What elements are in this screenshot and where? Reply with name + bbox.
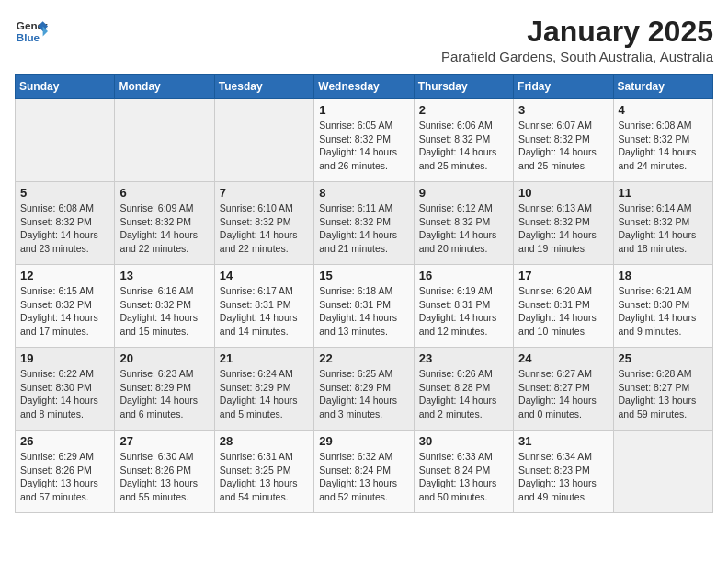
calendar-day-cell: 20Sunrise: 6:23 AMSunset: 8:29 PMDayligh… (115, 348, 214, 431)
day-info: Sunrise: 6:20 AMSunset: 8:31 PMDaylight:… (518, 284, 608, 339)
weekday-header-friday: Friday (514, 75, 613, 99)
day-info: Sunrise: 6:27 AMSunset: 8:27 PMDaylight:… (518, 367, 608, 421)
calendar-day-cell: 23Sunrise: 6:26 AMSunset: 8:28 PMDayligh… (414, 348, 513, 431)
calendar-day-cell: 16Sunrise: 6:19 AMSunset: 8:31 PMDayligh… (414, 265, 513, 348)
day-info: Sunrise: 6:33 AMSunset: 8:24 PMDaylight:… (419, 450, 508, 504)
day-number: 2 (419, 103, 508, 117)
day-info: Sunrise: 6:08 AMSunset: 8:32 PMDaylight:… (619, 119, 708, 173)
location-title: Parafield Gardens, South Australia, Aust… (441, 49, 713, 64)
calendar-day-cell: 26Sunrise: 6:29 AMSunset: 8:26 PMDayligh… (16, 431, 115, 513)
day-number: 28 (220, 434, 309, 448)
day-number: 26 (20, 434, 109, 448)
day-number: 3 (518, 103, 608, 117)
weekday-header-tuesday: Tuesday (214, 75, 313, 99)
day-info: Sunrise: 6:17 AMSunset: 8:31 PMDaylight:… (220, 284, 309, 339)
day-info: Sunrise: 6:26 AMSunset: 8:28 PMDaylight:… (419, 367, 508, 421)
day-info: Sunrise: 6:24 AMSunset: 8:29 PMDaylight:… (220, 367, 309, 421)
day-number: 11 (619, 186, 708, 200)
day-number: 30 (419, 434, 508, 448)
month-title: January 2025 (441, 15, 713, 49)
calendar-day-cell: 24Sunrise: 6:27 AMSunset: 8:27 PMDayligh… (514, 348, 613, 431)
calendar-day-cell: 2Sunrise: 6:06 AMSunset: 8:32 PMDaylight… (414, 99, 513, 182)
day-number: 21 (220, 351, 309, 365)
weekday-header-thursday: Thursday (414, 75, 513, 99)
weekday-header-saturday: Saturday (613, 75, 712, 99)
day-info: Sunrise: 6:12 AMSunset: 8:32 PMDaylight:… (419, 201, 508, 256)
calendar-day-cell: 12Sunrise: 6:15 AMSunset: 8:32 PMDayligh… (16, 265, 115, 348)
day-number: 18 (619, 269, 708, 282)
calendar-week-row: 19Sunrise: 6:22 AMSunset: 8:30 PMDayligh… (16, 348, 713, 431)
day-number: 6 (119, 186, 209, 200)
calendar-day-cell: 19Sunrise: 6:22 AMSunset: 8:30 PMDayligh… (16, 348, 115, 431)
calendar-week-row: 5Sunrise: 6:08 AMSunset: 8:32 PMDaylight… (16, 182, 713, 265)
calendar-day-cell: 22Sunrise: 6:25 AMSunset: 8:29 PMDayligh… (314, 348, 414, 431)
day-number: 27 (119, 434, 209, 448)
calendar-day-cell: 25Sunrise: 6:28 AMSunset: 8:27 PMDayligh… (613, 348, 712, 431)
day-number: 23 (419, 351, 508, 365)
day-info: Sunrise: 6:13 AMSunset: 8:32 PMDaylight:… (518, 201, 608, 256)
calendar-day-cell: 18Sunrise: 6:21 AMSunset: 8:30 PMDayligh… (613, 265, 712, 348)
day-info: Sunrise: 6:23 AMSunset: 8:29 PMDaylight:… (119, 367, 209, 421)
day-number: 1 (319, 103, 408, 117)
weekday-header-sunday: Sunday (16, 75, 115, 99)
day-info: Sunrise: 6:31 AMSunset: 8:25 PMDaylight:… (220, 450, 309, 504)
day-number: 14 (220, 269, 309, 282)
day-number: 15 (319, 269, 408, 282)
day-info: Sunrise: 6:07 AMSunset: 8:32 PMDaylight:… (518, 119, 608, 173)
calendar-day-cell: 11Sunrise: 6:14 AMSunset: 8:32 PMDayligh… (613, 182, 712, 265)
calendar-week-row: 1Sunrise: 6:05 AMSunset: 8:32 PMDaylight… (16, 99, 713, 182)
day-number: 7 (220, 186, 309, 200)
day-number: 31 (518, 434, 608, 448)
calendar-day-cell: 14Sunrise: 6:17 AMSunset: 8:31 PMDayligh… (214, 265, 313, 348)
day-number: 5 (20, 186, 109, 200)
day-number: 13 (119, 269, 209, 282)
calendar-week-row: 26Sunrise: 6:29 AMSunset: 8:26 PMDayligh… (16, 431, 713, 513)
calendar-day-cell: 21Sunrise: 6:24 AMSunset: 8:29 PMDayligh… (214, 348, 313, 431)
calendar-day-cell: 5Sunrise: 6:08 AMSunset: 8:32 PMDaylight… (16, 182, 115, 265)
day-info: Sunrise: 6:19 AMSunset: 8:31 PMDaylight:… (419, 284, 508, 339)
day-info: Sunrise: 6:29 AMSunset: 8:26 PMDaylight:… (20, 450, 109, 504)
day-number: 29 (319, 434, 408, 448)
day-number: 17 (518, 269, 608, 282)
calendar-day-cell: 27Sunrise: 6:30 AMSunset: 8:26 PMDayligh… (115, 431, 214, 513)
calendar-table: SundayMondayTuesdayWednesdayThursdayFrid… (15, 74, 713, 513)
svg-text:Blue: Blue (17, 31, 40, 43)
day-info: Sunrise: 6:30 AMSunset: 8:26 PMDaylight:… (119, 450, 209, 504)
day-info: Sunrise: 6:05 AMSunset: 8:32 PMDaylight:… (319, 119, 408, 173)
calendar-day-cell: 30Sunrise: 6:33 AMSunset: 8:24 PMDayligh… (414, 431, 513, 513)
title-block: January 2025 Parafield Gardens, South Au… (441, 15, 713, 64)
logo: General Blue (15, 15, 48, 48)
day-info: Sunrise: 6:34 AMSunset: 8:23 PMDaylight:… (518, 450, 608, 504)
weekday-header-row: SundayMondayTuesdayWednesdayThursdayFrid… (16, 75, 713, 99)
calendar-day-cell: 31Sunrise: 6:34 AMSunset: 8:23 PMDayligh… (514, 431, 613, 513)
weekday-header-monday: Monday (115, 75, 214, 99)
day-info: Sunrise: 6:10 AMSunset: 8:32 PMDaylight:… (220, 201, 309, 256)
day-info: Sunrise: 6:22 AMSunset: 8:30 PMDaylight:… (20, 367, 109, 421)
calendar-day-cell: 10Sunrise: 6:13 AMSunset: 8:32 PMDayligh… (514, 182, 613, 265)
day-number: 8 (319, 186, 408, 200)
day-number: 22 (319, 351, 408, 365)
calendar-day-cell (115, 99, 214, 182)
weekday-header-wednesday: Wednesday (314, 75, 414, 99)
calendar-day-cell: 1Sunrise: 6:05 AMSunset: 8:32 PMDaylight… (314, 99, 414, 182)
day-info: Sunrise: 6:11 AMSunset: 8:32 PMDaylight:… (319, 201, 408, 256)
day-number: 16 (419, 269, 508, 282)
day-number: 12 (20, 269, 109, 282)
day-info: Sunrise: 6:15 AMSunset: 8:32 PMDaylight:… (20, 284, 109, 339)
day-number: 25 (619, 351, 708, 365)
calendar-day-cell (613, 431, 712, 513)
day-info: Sunrise: 6:08 AMSunset: 8:32 PMDaylight:… (20, 201, 109, 256)
day-info: Sunrise: 6:09 AMSunset: 8:32 PMDaylight:… (119, 201, 209, 256)
calendar-week-row: 12Sunrise: 6:15 AMSunset: 8:32 PMDayligh… (16, 265, 713, 348)
calendar-day-cell: 28Sunrise: 6:31 AMSunset: 8:25 PMDayligh… (214, 431, 313, 513)
day-number: 4 (619, 103, 708, 117)
day-number: 24 (518, 351, 608, 365)
day-number: 9 (419, 186, 508, 200)
day-info: Sunrise: 6:14 AMSunset: 8:32 PMDaylight:… (619, 201, 708, 256)
day-info: Sunrise: 6:16 AMSunset: 8:32 PMDaylight:… (119, 284, 209, 339)
day-info: Sunrise: 6:06 AMSunset: 8:32 PMDaylight:… (419, 119, 508, 173)
day-number: 19 (20, 351, 109, 365)
calendar-day-cell: 17Sunrise: 6:20 AMSunset: 8:31 PMDayligh… (514, 265, 613, 348)
calendar-day-cell: 6Sunrise: 6:09 AMSunset: 8:32 PMDaylight… (115, 182, 214, 265)
calendar-day-cell: 9Sunrise: 6:12 AMSunset: 8:32 PMDaylight… (414, 182, 513, 265)
